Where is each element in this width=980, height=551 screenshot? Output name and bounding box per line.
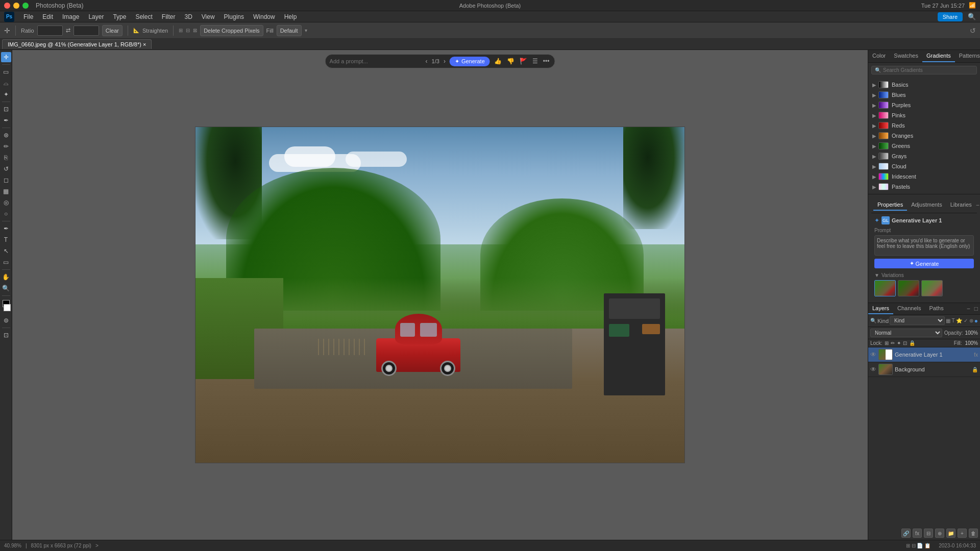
- thumbs-down-btn[interactable]: 👎: [506, 57, 516, 66]
- share-button[interactable]: Share: [938, 12, 963, 21]
- thumbs-up-btn[interactable]: 👍: [493, 57, 503, 66]
- delete-cropped-btn[interactable]: Delete Cropped Pixels: [200, 25, 263, 36]
- menu-view[interactable]: View: [198, 12, 219, 21]
- file-tab[interactable]: IMG_0660.jpeg @ 41% (Generative Layer 1,…: [2, 39, 152, 49]
- tab-swatches[interactable]: Swatches: [890, 50, 922, 62]
- height-input[interactable]: [74, 26, 99, 36]
- snapping-icon[interactable]: ⊠: [193, 28, 197, 33]
- crop-tool[interactable]: ⊡: [1, 104, 11, 114]
- panel-minimize-icon2[interactable]: −: [965, 303, 972, 314]
- brush-tool[interactable]: ✏: [1, 141, 11, 152]
- gradient-search[interactable]: 🔍: [871, 66, 977, 74]
- more-btn[interactable]: •••: [542, 57, 551, 66]
- lock-pixels-icon[interactable]: ✏: [891, 340, 895, 346]
- filter-active-icon[interactable]: ●: [974, 317, 978, 324]
- gradient-purples[interactable]: ▶ Purples: [870, 100, 978, 110]
- pen-tool[interactable]: ✒: [1, 223, 11, 234]
- flag-btn[interactable]: 🚩: [519, 57, 528, 66]
- gradient-basics[interactable]: ▶ Basics: [870, 80, 978, 90]
- lock-image-icon[interactable]: ✦: [897, 340, 901, 346]
- gradient-search-input[interactable]: [883, 67, 973, 73]
- lock-artboard-icon[interactable]: ⊡: [903, 340, 907, 346]
- generate-button[interactable]: ✦ Generate: [450, 57, 490, 66]
- tab-patterns[interactable]: Patterns: [955, 50, 980, 62]
- magic-wand-tool[interactable]: ✦: [1, 89, 11, 99]
- prompt-input[interactable]: [330, 58, 422, 64]
- zoom-tool[interactable]: 🔍: [1, 283, 11, 293]
- tab-layers[interactable]: Layers: [868, 303, 893, 314]
- menu-type[interactable]: Type: [109, 12, 130, 21]
- lasso-tool[interactable]: ⌓: [1, 78, 11, 88]
- delete-layer-btn[interactable]: 🗑: [969, 529, 978, 538]
- width-input[interactable]: [37, 26, 63, 36]
- add-style-btn[interactable]: fx: [913, 529, 922, 538]
- menu-plugins[interactable]: Plugins: [220, 12, 248, 21]
- info-arrow[interactable]: >: [95, 543, 99, 548]
- screen-mode-btn[interactable]: ⊡: [1, 330, 11, 340]
- select-tool[interactable]: ▭: [1, 67, 11, 77]
- new-layer-btn[interactable]: +: [958, 529, 967, 538]
- next-variation-btn[interactable]: ›: [443, 58, 447, 65]
- clone-stamp-tool[interactable]: ⎘: [1, 153, 11, 163]
- menu-window[interactable]: Window: [249, 12, 279, 21]
- variation-1[interactable]: [874, 280, 896, 296]
- add-mask-btn[interactable]: ⊟: [924, 529, 933, 538]
- menu-edit[interactable]: Edit: [38, 12, 57, 21]
- gradient-pinks[interactable]: ▶ Pinks: [870, 110, 978, 120]
- gradient-greens[interactable]: ▶ Greens: [870, 141, 978, 151]
- minimize-button[interactable]: [13, 3, 19, 9]
- dodge-tool[interactable]: ○: [1, 209, 11, 219]
- link-layers-btn[interactable]: 🔗: [901, 529, 911, 538]
- spot-heal-tool[interactable]: ⊛: [1, 130, 11, 140]
- gradient-tool[interactable]: ▦: [1, 186, 11, 196]
- overlay-icon[interactable]: ⊟: [186, 28, 190, 33]
- tab-color[interactable]: Color: [868, 50, 890, 62]
- maximize-button[interactable]: [22, 3, 29, 9]
- lock-all-icon[interactable]: 🔒: [909, 340, 915, 346]
- menu-select[interactable]: Select: [131, 12, 156, 21]
- hand-tool[interactable]: ✋: [1, 272, 11, 282]
- tab-adjustments[interactable]: Adjustments: [907, 199, 946, 211]
- layer-visibility-gen[interactable]: 👁: [870, 351, 876, 358]
- new-fill-adj-btn[interactable]: ⊕: [935, 529, 944, 538]
- menu-3d[interactable]: 3D: [180, 12, 196, 21]
- grid-icon[interactable]: ⊞: [179, 28, 183, 33]
- fill-value[interactable]: 100%: [965, 340, 978, 346]
- quick-mask-tool[interactable]: ⊚: [1, 315, 11, 325]
- gradient-cloud[interactable]: ▶ Cloud: [870, 161, 978, 171]
- gradient-pastels[interactable]: ▶ Pastels: [870, 182, 978, 192]
- clear-button[interactable]: Clear: [102, 25, 122, 36]
- path-select-tool[interactable]: ↖: [1, 246, 11, 256]
- panel-maximize-icon2[interactable]: □: [972, 303, 980, 314]
- swap-icon[interactable]: ⇄: [66, 27, 70, 34]
- gradient-oranges[interactable]: ▶ Oranges: [870, 131, 978, 141]
- expand-icon[interactable]: ▼: [874, 272, 879, 278]
- tab-paths[interactable]: Paths: [925, 303, 948, 314]
- blur-tool[interactable]: ◎: [1, 197, 11, 208]
- opacity-value[interactable]: 100%: [965, 330, 978, 336]
- list-btn[interactable]: ☰: [531, 57, 539, 66]
- panel-minimize-icon[interactable]: −: [976, 202, 979, 209]
- reset-icon[interactable]: ↺: [970, 27, 976, 35]
- menu-filter[interactable]: Filter: [158, 12, 180, 21]
- layer-visibility-bg[interactable]: 👁: [870, 366, 876, 373]
- prev-variation-btn[interactable]: ‹: [425, 58, 429, 65]
- generate-small-btn[interactable]: ✦ Generate: [874, 259, 974, 268]
- gradient-reds[interactable]: ▶ Reds: [870, 120, 978, 131]
- tab-channels[interactable]: Channels: [893, 303, 925, 314]
- background-color[interactable]: [4, 304, 11, 311]
- menu-image[interactable]: Image: [58, 12, 83, 21]
- shape-tool[interactable]: ▭: [1, 257, 11, 267]
- gradient-iridescent[interactable]: ▶ Iridescent: [870, 171, 978, 182]
- tab-properties[interactable]: Properties: [873, 199, 907, 211]
- move-tool[interactable]: ✛: [1, 52, 11, 62]
- gradient-grays[interactable]: ▶ Grays: [870, 151, 978, 161]
- blend-mode-select[interactable]: Normal: [870, 329, 942, 337]
- eraser-tool[interactable]: ◻: [1, 175, 11, 185]
- variation-2[interactable]: [898, 280, 919, 296]
- close-button[interactable]: [4, 3, 10, 9]
- layer-background[interactable]: 👁 Background 🔒: [868, 362, 980, 377]
- layer-generative[interactable]: 👁 Generative Layer 1 fx: [868, 347, 980, 362]
- new-group-btn[interactable]: 📁: [946, 529, 955, 538]
- menu-help[interactable]: Help: [280, 12, 301, 21]
